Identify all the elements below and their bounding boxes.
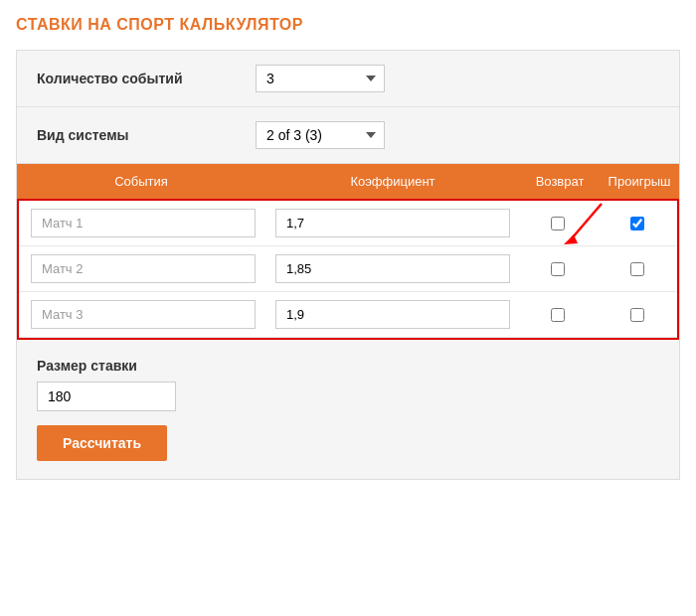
event-name-cell xyxy=(19,209,267,237)
loss-checkbox-cell-3[interactable] xyxy=(598,308,677,322)
table-row xyxy=(19,292,677,338)
table-row xyxy=(19,246,677,292)
events-wrapper xyxy=(17,199,679,340)
match-1-name-input[interactable] xyxy=(31,209,256,237)
events-count-label: Количество событий xyxy=(37,71,256,86)
match-3-name-input[interactable] xyxy=(31,300,256,329)
match-1-coeff-input[interactable] xyxy=(275,209,510,237)
match-2-coeff-input[interactable] xyxy=(275,254,510,283)
return-checkbox-cell-1[interactable] xyxy=(518,217,598,231)
loss-checkbox-cell-2[interactable] xyxy=(598,262,677,276)
coeff-cell xyxy=(267,254,518,283)
match-3-loss-checkbox[interactable] xyxy=(630,308,644,322)
col-return-header: Возврат xyxy=(520,174,600,189)
stake-label: Размер ставки xyxy=(37,358,659,374)
match-2-name-input[interactable] xyxy=(31,254,256,283)
coeff-cell xyxy=(267,300,518,329)
events-count-row: Количество событий 3 4 5 xyxy=(17,51,679,107)
event-name-cell xyxy=(19,300,267,329)
col-coefficient-header: Коэффициент xyxy=(265,174,520,189)
col-events-header: События xyxy=(17,174,265,189)
table-header: События Коэффициент Возврат Проигрыш xyxy=(17,164,679,199)
match-3-return-checkbox[interactable] xyxy=(551,308,565,322)
events-count-select[interactable]: 3 4 5 xyxy=(256,65,385,92)
coeff-cell xyxy=(267,209,518,237)
return-checkbox-cell-3[interactable] xyxy=(518,308,598,322)
system-type-control[interactable]: 2 of 3 (3) 1 of 3 (3) xyxy=(256,121,385,149)
match-1-return-checkbox[interactable] xyxy=(551,217,565,231)
stake-input[interactable] xyxy=(37,382,176,411)
system-type-label: Вид системы xyxy=(37,127,256,143)
col-loss-header: Проигрыш xyxy=(600,174,679,189)
calculator-box: Количество событий 3 4 5 Вид системы 2 o… xyxy=(16,50,680,480)
events-count-control[interactable]: 3 4 5 xyxy=(256,65,385,92)
bottom-section: Размер ставки Рассчитать xyxy=(17,340,679,479)
match-2-return-checkbox[interactable] xyxy=(551,262,565,276)
loss-checkbox-cell-1[interactable] xyxy=(598,217,677,231)
match-1-loss-checkbox[interactable] xyxy=(630,217,644,231)
return-checkbox-cell-2[interactable] xyxy=(518,262,598,276)
calculate-button[interactable]: Рассчитать xyxy=(37,425,167,461)
system-type-select[interactable]: 2 of 3 (3) 1 of 3 (3) xyxy=(256,121,385,149)
page-title: СТАВКИ НА СПОРТ КАЛЬКУЛЯТОР xyxy=(16,16,680,34)
event-name-cell xyxy=(19,254,267,283)
system-type-row: Вид системы 2 of 3 (3) 1 of 3 (3) xyxy=(17,107,679,164)
table-row xyxy=(19,201,677,246)
grid-wrapper xyxy=(17,199,679,340)
match-3-coeff-input[interactable] xyxy=(275,300,510,329)
match-2-loss-checkbox[interactable] xyxy=(630,262,644,276)
